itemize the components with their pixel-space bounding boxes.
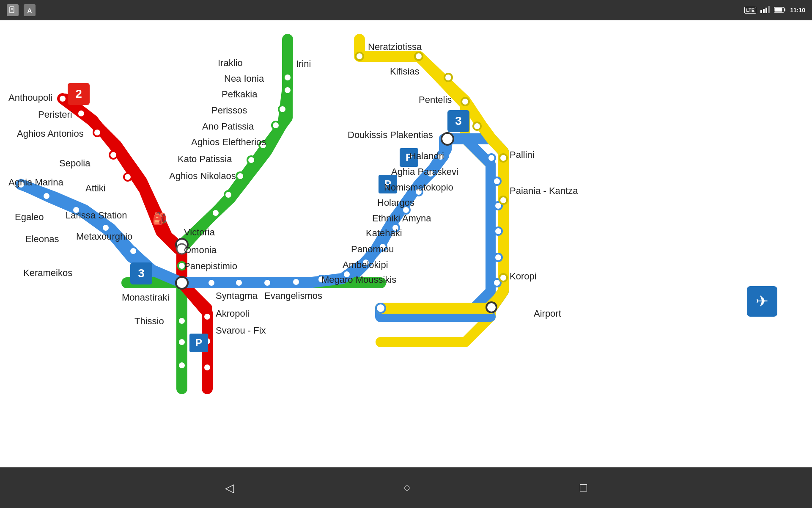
svg-point-62 [356,52,363,60]
label-aghios-nikolaos: Aghios Nikolaos [169,171,236,182]
status-bar: A LTE 11:10 [0,0,812,20]
svg-point-42 [235,279,243,287]
label-megaro-moussikis: Megaro Moussikis [321,274,396,285]
status-bar-left: A [7,4,36,16]
signal-icon [760,6,770,15]
svg-point-43 [263,279,271,287]
svg-point-19 [212,209,219,217]
label-nea-ionia: Nea Ionia [224,73,264,84]
label-pentelis: Pentelis [419,94,452,105]
label-kato-patissia: Kato Patissia [178,154,232,165]
map-area: 2 3 3 P P P ✈ 🎒 Anthoupoli Peristeri Agh… [0,20,812,467]
svg-point-24 [178,338,186,346]
label-aghia-paraskevi: Aghia Paraskevi [391,166,458,177]
line-3-badge-left: 3 [130,262,152,284]
label-halandri: Halandri [409,151,444,162]
svg-point-30 [124,173,132,181]
status-bar-right: LTE 11:10 [744,6,805,15]
home-button[interactable]: ○ [403,481,411,494]
label-attiki: Attiki [85,183,106,194]
label-victoria: Victoria [184,227,215,238]
label-egaleo: Egaleo [15,212,44,223]
label-paiania-kantza: Paiania - Kantza [510,185,578,196]
line-3-badge-right: 3 [447,110,469,132]
svg-point-23 [178,317,186,325]
svg-point-12 [284,86,291,94]
label-pallini: Pallini [510,149,535,160]
svg-point-25 [178,362,186,369]
label-panormou: Panormou [351,244,394,255]
label-evangelismos: Evangelismos [264,290,322,301]
svg-point-68 [376,304,385,313]
svg-point-29 [110,151,117,159]
label-syntagma: Syntagma [216,290,258,301]
svg-point-44 [292,278,300,286]
line-2-badge: 2 [68,83,90,105]
svg-point-13 [279,105,286,113]
svg-point-61 [486,302,497,312]
svg-point-66 [473,122,481,130]
recents-button[interactable]: □ [580,481,587,494]
label-airport: Airport [534,308,561,319]
label-panepistimio: Panepistimio [184,261,237,272]
svg-point-38 [102,224,110,232]
label-anthoupoli: Anthoupoli [8,92,52,103]
label-sepolia: Sepolia [59,158,90,169]
font-icon: A [24,4,36,16]
label-aghia-marina: Aghia Marina [8,177,63,188]
svg-point-16 [247,156,255,164]
svg-point-31 [203,313,211,320]
svg-point-69 [499,154,507,162]
svg-point-59 [494,254,502,261]
svg-point-58 [494,227,502,235]
label-katehaki: Katehaki [366,228,402,239]
file-icon [7,4,19,16]
luggage-icon: 🎒 [152,212,167,226]
lte-indicator: LTE [744,7,756,14]
svg-point-67 [415,52,422,60]
label-omonia: Omonia [184,245,217,256]
label-ambelokipi: Ambelokipi [343,260,388,271]
label-nomismatokopio: Nomismatokopio [384,182,453,193]
parking-badge-3: P [189,334,208,352]
svg-rect-3 [760,10,762,13]
svg-point-39 [129,247,137,255]
svg-point-26 [59,95,66,102]
nav-bar: ◁ ○ □ [0,467,812,508]
svg-point-18 [225,191,232,199]
label-pefkakia: Pefkakia [222,89,257,100]
label-larissa-station: Larissa Station [66,210,127,221]
svg-point-55 [488,154,495,162]
label-eleonas: Eleonas [25,234,59,245]
back-button[interactable]: ◁ [225,481,234,495]
svg-point-11 [284,74,291,81]
svg-rect-9 [775,8,782,11]
svg-point-70 [499,196,507,204]
svg-point-14 [272,121,280,129]
label-doukissis-plakentias: Doukissis Plakentias [348,130,433,141]
svg-rect-5 [765,8,767,13]
svg-point-71 [499,274,507,282]
svg-rect-4 [763,9,765,13]
svg-point-28 [93,129,101,136]
svg-point-17 [236,172,244,180]
label-metaxourghio: Metaxourghio [76,231,132,242]
label-thissio: Thissio [134,316,164,327]
svg-point-65 [461,98,469,105]
label-svarou-fix: Svarou - Fix [216,325,266,336]
label-peristeri: Peristeri [38,109,72,120]
clock: 11:10 [790,7,805,14]
label-kifisias: Kifisias [390,66,420,77]
label-akropoli: Akropoli [216,308,249,319]
label-ethniki-amyna: Ethniki Amyna [372,213,431,224]
label-koropi: Koropi [510,271,537,282]
metro-map-svg [0,20,812,467]
label-holargos: Holargos [377,197,414,208]
svg-point-40 [176,277,188,289]
svg-point-64 [444,74,452,81]
label-perissos: Perissos [211,105,247,116]
airport-icon[interactable]: ✈ [747,286,777,317]
label-neratziotissa: Neratziotissa [368,41,422,52]
svg-point-33 [203,364,211,371]
label-kerameikos: Kerameikos [23,268,72,279]
